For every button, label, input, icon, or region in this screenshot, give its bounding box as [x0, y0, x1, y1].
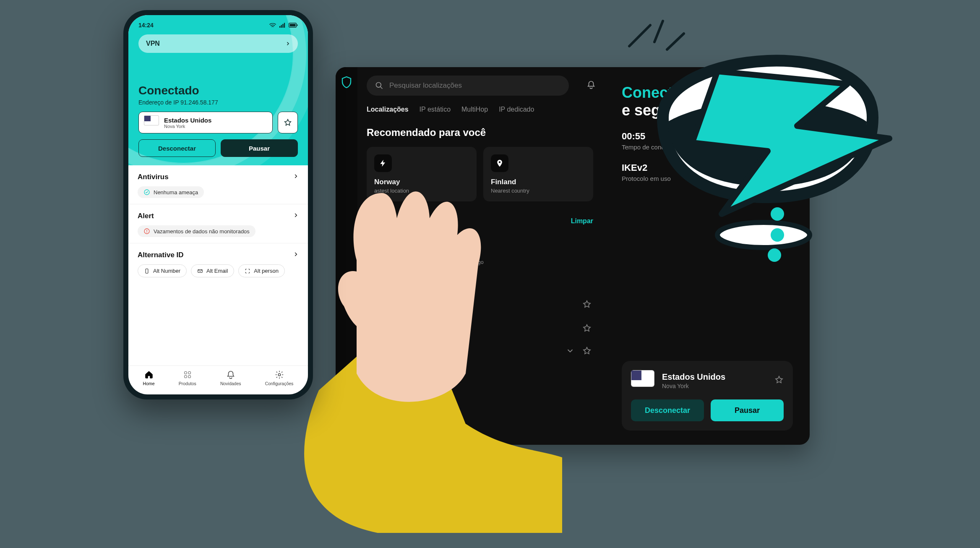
vpn-pill[interactable]: VPN [138, 34, 298, 53]
desktop-status-panel: Conectado e seguro 00:55 Tempo de conexã… [605, 67, 810, 445]
tab-label: Home [143, 381, 155, 386]
favorite-button[interactable] [278, 112, 298, 133]
svg-line-1 [381, 87, 383, 89]
tab-label: Produtos [179, 381, 196, 386]
svg-rect-15 [290, 24, 296, 26]
flag-mx-icon [414, 236, 429, 247]
chip-alt-persona[interactable]: Alt person [238, 264, 285, 277]
mail-icon [197, 268, 203, 274]
chevron-down-icon[interactable] [566, 346, 575, 357]
star-icon[interactable] [582, 300, 592, 311]
server-country: Estados Unidos [662, 372, 767, 382]
section-alert[interactable]: Alert Vazamentos de dados não monitorado… [128, 204, 308, 243]
chip-label: Alt Email [206, 268, 228, 274]
recent-name: Unidos [369, 251, 391, 258]
chevron-right-icon [293, 212, 299, 220]
tab-static-ip[interactable]: IP estático [420, 106, 451, 113]
svg-line-3 [629, 25, 650, 46]
pause-button[interactable]: Pausar [711, 399, 784, 421]
rec-card-norway[interactable]: Norway astest location [367, 147, 477, 201]
recent-item-cl[interactable]: Chile Santiago [462, 236, 483, 265]
location-row[interactable]: o virtual [367, 318, 593, 340]
search-icon [375, 81, 383, 90]
tab-label: Configurações [265, 381, 294, 386]
svg-point-27 [278, 373, 281, 376]
rec-title: Norway [374, 178, 469, 186]
svg-rect-25 [184, 376, 187, 378]
protocol-label: Protocolo em uso [622, 175, 793, 182]
recent-item-mx[interactable]: México Queretaro [414, 236, 439, 265]
phone-ip-line: Endereço de IP 91.246.58.177 [138, 99, 298, 106]
current-server-card: Estados Unidos Nova York Desconectar Pau… [622, 361, 793, 431]
antivirus-status-pill: Nenhuma ameaça [138, 186, 204, 198]
svg-rect-12 [282, 24, 283, 28]
svg-rect-23 [184, 372, 187, 374]
tab-products[interactable]: Produtos [179, 370, 196, 386]
tab-label: Novidades [220, 381, 241, 386]
clear-button[interactable]: Limpar [571, 217, 593, 225]
shield-icon[interactable] [341, 76, 352, 90]
tab-multihop[interactable]: MultiHop [461, 106, 488, 113]
chevron-right-icon [285, 41, 290, 46]
svg-point-20 [146, 232, 147, 233]
location-row[interactable] [367, 340, 593, 363]
connected-title-2: e seguro [622, 102, 793, 119]
alert-status-pill: Vazamentos de dados não monitorados [138, 225, 255, 237]
location-row[interactable]: o Sul burgo [367, 292, 593, 318]
search-field[interactable] [389, 81, 560, 90]
desktop-window: Localizações IP estático MultiHop IP ded… [336, 67, 810, 445]
svg-rect-24 [188, 372, 191, 374]
phone-frame: 14:24 VPN Conectado Endereço de IP 91.24… [123, 10, 313, 399]
chip-alt-number[interactable]: Alt Number [138, 264, 187, 277]
server-card[interactable]: Estados Unidos Nova York [138, 112, 273, 133]
disconnect-button[interactable]: Desconectar [138, 139, 216, 157]
chip-label: Alt Number [153, 268, 180, 274]
chip-alt-email[interactable]: Alt Email [191, 264, 234, 277]
info-circle-icon [143, 228, 150, 235]
altid-heading: Alternative ID [138, 251, 184, 259]
check-circle-icon [143, 189, 150, 196]
status-bar: 14:24 [138, 22, 298, 29]
server-city: Nova York [662, 383, 767, 389]
rec-title: Finland [491, 178, 586, 186]
phone-icon [144, 268, 150, 274]
svg-rect-11 [281, 25, 282, 28]
vpn-label: VPN [146, 40, 160, 47]
recent-sub: Queretaro [414, 259, 439, 265]
star-icon[interactable] [582, 324, 592, 334]
disconnect-button[interactable]: Desconectar [631, 399, 704, 421]
pause-button[interactable]: Pausar [221, 139, 298, 157]
location-name: o Sul [368, 298, 383, 305]
tab-dedicated[interactable]: IP dedicado [499, 106, 534, 113]
search-input[interactable] [367, 76, 569, 96]
section-antivirus[interactable]: Antivirus Nenhuma ameaça [128, 165, 308, 204]
tab-home[interactable]: Home [143, 370, 155, 386]
section-alt-id[interactable]: Alternative ID Alt Number Alt Email Alt … [128, 243, 308, 283]
bell-icon[interactable] [586, 80, 596, 91]
connection-time-label: Tempo de conexão [622, 144, 793, 151]
tab-locations[interactable]: Localizações [367, 106, 409, 113]
svg-point-2 [499, 161, 500, 163]
signal-icon [279, 23, 285, 28]
rec-card-finland[interactable]: Finland Nearest country [483, 147, 593, 201]
star-icon[interactable] [774, 375, 784, 386]
desktop-sidebar [336, 67, 357, 445]
tab-news[interactable]: Novidades [220, 370, 241, 386]
svg-rect-26 [188, 376, 191, 378]
wifi-icon [269, 23, 276, 28]
antivirus-heading: Antivirus [138, 173, 169, 181]
phone-connected-title: Conectado [138, 84, 298, 97]
location-sub: burgo [368, 305, 383, 312]
pin-icon [491, 154, 508, 172]
recent-item-us[interactable]: Unidos [369, 236, 391, 265]
svg-point-0 [376, 83, 381, 88]
alert-heading: Alert [138, 212, 154, 220]
server-country: Estados Unidos [164, 117, 211, 124]
star-icon[interactable] [582, 346, 592, 357]
tab-settings[interactable]: Configurações [265, 370, 294, 386]
svg-rect-13 [284, 23, 285, 28]
protocol: IKEv2 [622, 162, 793, 173]
recent-name: Chile [462, 251, 483, 258]
battery-icon [289, 23, 298, 28]
recent-sub: Santiago [462, 259, 483, 265]
